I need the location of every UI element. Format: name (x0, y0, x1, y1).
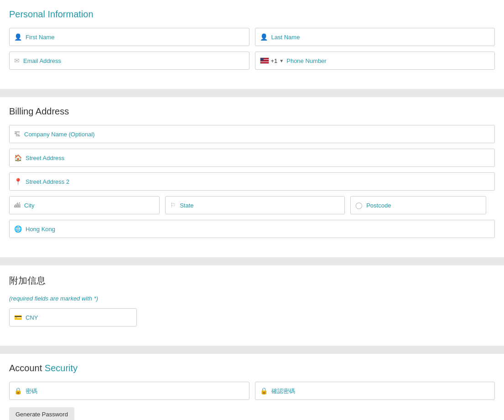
street-row: 🏠 (9, 149, 495, 167)
city-field[interactable]: 🏙 (9, 196, 160, 214)
billing-address-title: Billing Address (9, 106, 495, 117)
street-address2-input[interactable] (26, 178, 490, 185)
personal-info-section: Personal Information 👤 👤 ✉ +1 ▼ (0, 0, 504, 89)
chevron-down-icon: ▼ (279, 58, 284, 63)
billing-address-section: Billing Address 🏗 🏠 📍 🏙 ⚐ ◯ (0, 97, 504, 257)
confirm-password-field[interactable]: 🔒 (255, 382, 495, 400)
company-row: 🏗 (9, 125, 495, 143)
first-name-field[interactable]: 👤 (9, 28, 249, 46)
country-field[interactable]: 🌐 (9, 220, 495, 238)
password-field[interactable]: 🔒 (9, 382, 249, 400)
phone-prefix-selector[interactable]: +1 ▼ (260, 57, 284, 64)
generate-password-button[interactable]: Generate Password (9, 407, 74, 420)
street-address-field[interactable]: 🏠 (9, 149, 495, 167)
lock-icon-2: 🔒 (260, 387, 268, 394)
divider-2 (0, 257, 504, 265)
address-icon: 🏠 (14, 154, 22, 161)
state-icon: ⚐ (170, 202, 176, 209)
additional-info-title: 附加信息 (9, 275, 495, 287)
divider-1 (0, 89, 504, 97)
last-name-input[interactable] (271, 34, 490, 41)
password-input[interactable] (26, 388, 244, 394)
company-name-input[interactable] (24, 131, 490, 138)
person-icon: 👤 (14, 33, 22, 41)
last-name-field[interactable]: 👤 (255, 28, 495, 46)
currency-field[interactable]: 💳 (9, 308, 137, 327)
generate-row: Generate Password (9, 405, 495, 420)
location-icon: 📍 (14, 178, 22, 185)
phone-prefix-text: +1 (271, 57, 278, 64)
divider-3 (0, 346, 504, 354)
generate-btn-col: Generate Password (9, 405, 249, 420)
currency-icon: 💳 (14, 314, 22, 321)
city-state-row: 🏙 ⚐ ◯ (9, 196, 495, 214)
street2-row: 📍 (9, 172, 495, 191)
state-field[interactable]: ⚐ (165, 196, 345, 214)
name-row: 👤 👤 (9, 28, 495, 46)
email-icon: ✉ (14, 57, 20, 64)
required-fields-note: (required fields are marked with *) (9, 295, 495, 302)
password-row: 🔒 🔒 (9, 382, 495, 400)
state-input[interactable] (180, 202, 340, 209)
currency-row: 💳 (9, 308, 495, 327)
postcode-input[interactable] (366, 202, 481, 209)
phone-input[interactable] (286, 57, 490, 64)
us-flag-icon (260, 57, 269, 64)
personal-info-title-text: Personal Information (9, 9, 94, 19)
postcode-icon: ◯ (355, 202, 363, 209)
first-name-input[interactable] (26, 34, 244, 41)
city-input[interactable] (24, 202, 155, 209)
personal-info-title: Personal Information (9, 9, 495, 20)
phone-field[interactable]: +1 ▼ (255, 52, 495, 70)
building-icon: 🏗 (14, 130, 21, 138)
email-input[interactable] (23, 57, 244, 64)
confirm-col (255, 405, 495, 420)
confirm-password-input[interactable] (271, 388, 490, 394)
account-security-title: Account Security (9, 363, 495, 373)
account-security-section: Account Security 🔒 🔒 Generate Password (0, 354, 504, 420)
country-row: 🌐 (9, 220, 495, 238)
person-icon-2: 👤 (260, 33, 268, 41)
postcode-field[interactable]: ◯ (350, 196, 486, 214)
email-field[interactable]: ✉ (9, 52, 249, 70)
company-name-field[interactable]: 🏗 (9, 125, 495, 143)
additional-info-section: 附加信息 (required fields are marked with *)… (0, 265, 504, 346)
street-address2-field[interactable]: 📍 (9, 172, 495, 191)
globe-icon: 🌐 (14, 225, 22, 233)
currency-input[interactable] (26, 314, 132, 321)
street-address-input[interactable] (26, 155, 490, 161)
country-input[interactable] (26, 226, 490, 233)
contact-row: ✉ +1 ▼ (9, 52, 495, 70)
lock-icon: 🔒 (14, 387, 22, 394)
city-icon: 🏙 (14, 202, 21, 209)
